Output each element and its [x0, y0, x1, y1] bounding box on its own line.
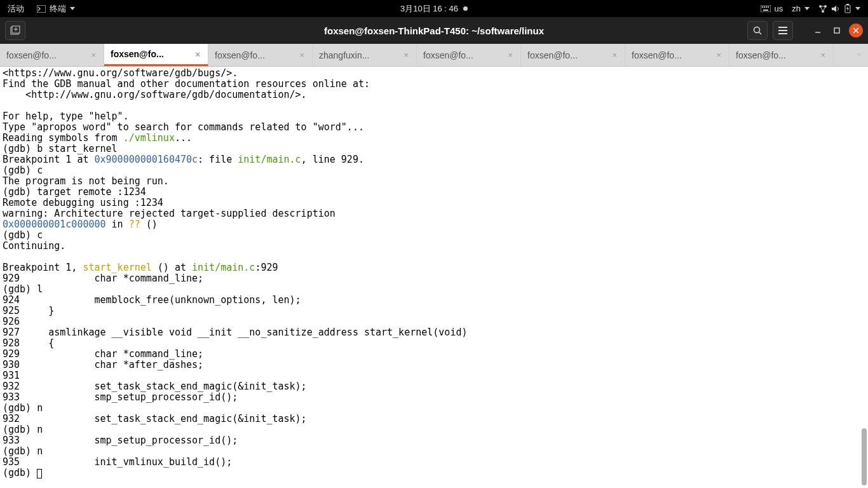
term-line: 925 }	[3, 305, 54, 316]
app-menu[interactable]: 终端	[37, 3, 75, 15]
term-line: 927 asmlinkage __visible void __init __n…	[3, 327, 468, 338]
term-line: 924 memblock_free(unknown_options, len);	[3, 294, 301, 306]
tab-close-icon[interactable]: ×	[506, 50, 514, 60]
term-address: 0x900000000160470c	[95, 154, 198, 165]
term-line: The program is not being run.	[3, 175, 169, 187]
tab-label: foxsen@fo...	[632, 50, 715, 60]
window-title: foxsen@foxsen-ThinkPad-T450: ~/software/…	[324, 25, 544, 36]
svg-rect-20	[834, 28, 839, 33]
new-tab-icon	[10, 25, 20, 36]
chevron-down-icon	[70, 7, 75, 10]
scrollbar-thumb[interactable]	[862, 428, 867, 485]
tab-close-icon[interactable]: ×	[611, 50, 618, 60]
tab-label: foxsen@fo...	[527, 50, 611, 60]
minimize-button[interactable]	[811, 24, 825, 37]
svg-rect-6	[763, 10, 768, 11]
term-symbol: start_kernel	[83, 262, 151, 273]
term-line: For help, type "help".	[3, 111, 129, 122]
tab-overflow-button[interactable]	[850, 44, 868, 66]
term-line: in	[106, 219, 129, 230]
term-line: Find the GDB manual and other documentat…	[3, 78, 370, 90]
keyboard-icon	[761, 5, 771, 12]
term-line: (gdb) target remote :1234	[3, 186, 146, 198]
term-line: <https://www.gnu.org/software/gdb/bugs/>…	[3, 67, 238, 79]
term-line: (gdb) c	[3, 165, 43, 176]
term-line: 933 smp_setup_processor_id();	[3, 391, 238, 403]
term-line: (gdb) c	[3, 229, 43, 241]
svg-rect-11	[846, 4, 849, 5]
gnome-topbar: 活动 终端 3月10日 16 : 46 us zh	[0, 0, 868, 17]
tab-3[interactable]: zhangfuxin...×	[313, 44, 417, 66]
term-line: : file	[198, 154, 238, 165]
svg-rect-5	[768, 6, 769, 8]
term-line: ...	[175, 132, 192, 144]
term-line: (gdb) n	[3, 402, 43, 414]
term-line: Breakpoint 1,	[3, 262, 83, 273]
search-icon	[753, 26, 762, 35]
tab-7[interactable]: foxsen@fo...×	[729, 44, 834, 66]
maximize-button[interactable]	[830, 24, 844, 37]
close-icon	[853, 27, 859, 34]
tab-close-icon[interactable]: ×	[402, 50, 410, 60]
tab-close-icon[interactable]: ×	[90, 50, 97, 60]
new-tab-button[interactable]	[5, 21, 25, 40]
maximize-icon	[834, 27, 840, 34]
term-line: 935 init_vmlinux_build_id();	[3, 456, 232, 468]
tab-close-icon[interactable]: ×	[298, 50, 306, 60]
activities-label: 活动	[8, 3, 24, 15]
tab-close-icon[interactable]: ×	[715, 50, 722, 60]
minimize-icon	[815, 27, 821, 34]
system-status-area[interactable]	[818, 4, 860, 13]
tab-5[interactable]: foxsen@fo...×	[521, 44, 625, 66]
tab-label: zhangfuxin...	[319, 50, 402, 60]
term-line: <http://www.gnu.org/software/gdb/documen…	[3, 89, 307, 100]
clock-label[interactable]: 3月10日 16 : 46	[400, 3, 458, 15]
tab-label: foxsen@fo...	[111, 49, 194, 59]
terminal-icon	[37, 5, 46, 13]
term-file: init/main.c	[238, 154, 301, 165]
svg-line-15	[759, 32, 762, 35]
term-line: (gdb) l	[3, 283, 43, 295]
term-line: 932 set_task_stack_end_magic(&init_task)…	[3, 381, 307, 392]
input-method-indicator[interactable]: zh	[792, 4, 810, 13]
term-line: Continuing.	[3, 240, 65, 252]
scrollbar[interactable]	[860, 67, 867, 488]
term-unknown: ??	[129, 219, 140, 230]
svg-rect-4	[766, 6, 767, 8]
tab-1[interactable]: foxsen@fo...×	[104, 44, 208, 66]
activities-button[interactable]: 活动	[8, 3, 24, 15]
tab-4[interactable]: foxsen@fo...×	[417, 44, 521, 66]
tab-0[interactable]: foxsen@fo...×	[0, 44, 104, 66]
search-button[interactable]	[747, 21, 768, 40]
term-line: Remote debugging using :1234	[3, 197, 163, 208]
keyboard-indicator[interactable]: us	[761, 4, 783, 13]
term-prompt: (gdb)	[3, 467, 37, 478]
tab-close-icon[interactable]: ×	[819, 50, 827, 60]
chevron-down-icon	[804, 7, 810, 10]
tab-label: foxsen@fo...	[6, 50, 90, 60]
tab-2[interactable]: foxsen@fo...×	[208, 44, 313, 66]
term-line: Breakpoint 1 at	[3, 154, 95, 165]
svg-rect-3	[764, 6, 765, 8]
term-line: 928 {	[3, 337, 54, 349]
svg-rect-2	[762, 6, 763, 8]
term-line: 929 char *command_line;	[3, 273, 203, 284]
term-line: 929 char *command_line;	[3, 348, 203, 360]
chevron-down-icon	[857, 53, 862, 57]
hamburger-menu-button[interactable]	[773, 21, 793, 40]
tab-label: foxsen@fo...	[736, 50, 819, 60]
tab-6[interactable]: foxsen@fo...×	[625, 44, 729, 66]
close-button[interactable]	[849, 24, 863, 37]
tab-label: foxsen@fo...	[423, 50, 506, 60]
tab-close-icon[interactable]: ×	[194, 50, 201, 59]
term-file: init/main.c	[192, 262, 255, 273]
volume-icon	[831, 5, 840, 13]
svg-rect-1	[761, 5, 771, 12]
term-line: Reading symbols from	[3, 132, 123, 144]
terminal-content[interactable]: <https://www.gnu.org/software/gdb/bugs/>…	[0, 67, 868, 488]
network-icon	[818, 4, 827, 13]
term-line: ()	[140, 219, 158, 230]
app-menu-label: 终端	[50, 3, 66, 15]
term-line: 933 smp_setup_processor_id();	[3, 435, 238, 446]
window-titlebar: foxsen@foxsen-ThinkPad-T450: ~/software/…	[0, 17, 868, 44]
